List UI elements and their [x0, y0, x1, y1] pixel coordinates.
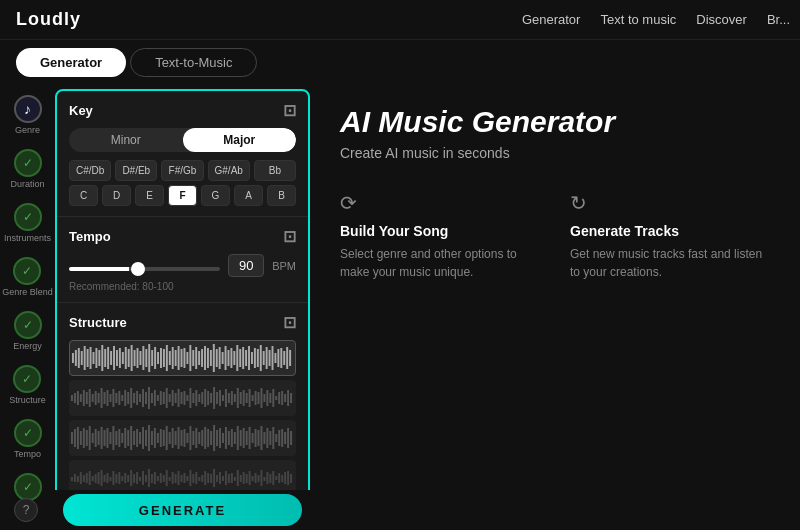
- svg-rect-264: [186, 476, 188, 481]
- tempo-section-title: Tempo: [69, 229, 111, 244]
- svg-rect-209: [246, 431, 248, 445]
- svg-rect-186: [178, 427, 180, 449]
- svg-rect-229: [83, 475, 85, 482]
- key-dsharp[interactable]: D#/Eb: [115, 160, 157, 181]
- key-f[interactable]: F: [168, 185, 197, 206]
- svg-rect-249: [142, 471, 144, 485]
- svg-rect-14: [113, 346, 115, 370]
- svg-rect-154: [83, 428, 85, 448]
- svg-rect-140: [263, 394, 265, 402]
- key-reset-icon[interactable]: ⊡: [283, 101, 296, 120]
- feature-generate-title: Generate Tracks: [570, 223, 770, 239]
- tempo-slider[interactable]: [69, 267, 220, 271]
- svg-rect-110: [175, 393, 177, 403]
- svg-rect-107: [166, 388, 168, 408]
- structure-reset-icon[interactable]: ⊡: [283, 313, 296, 332]
- key-section: Key ⊡ Minor Major C#/Db D#/Eb F#/Gb G#/A…: [57, 91, 308, 217]
- svg-rect-91: [118, 391, 120, 405]
- main-layout: ♪ Genre ✓ Duration ✓ Instruments ✓ Genre…: [0, 85, 800, 523]
- structure-check-icon: ✓: [13, 365, 41, 393]
- tempo-check-icon: ✓: [14, 419, 42, 447]
- key-grid-row1: C#/Db D#/Eb F#/Gb G#/Ab Bb: [69, 160, 296, 181]
- key-minor-btn[interactable]: Minor: [69, 128, 183, 152]
- svg-rect-189: [186, 433, 188, 443]
- svg-rect-218: [272, 427, 274, 449]
- svg-rect-36: [178, 346, 180, 370]
- svg-rect-270: [204, 471, 206, 485]
- svg-rect-125: [219, 390, 221, 406]
- help-icon: ?: [23, 503, 30, 517]
- svg-rect-122: [210, 393, 212, 403]
- svg-rect-276: [222, 476, 224, 481]
- key-e[interactable]: E: [135, 185, 164, 206]
- svg-rect-119: [201, 392, 203, 404]
- key-g[interactable]: G: [201, 185, 230, 206]
- nav-more[interactable]: Br...: [767, 12, 790, 27]
- svg-rect-50: [219, 347, 221, 369]
- svg-rect-295: [278, 473, 280, 483]
- svg-rect-288: [258, 475, 260, 482]
- sidebar-item-instruments[interactable]: ✓ Instruments: [4, 199, 51, 247]
- sidebar-item-energy[interactable]: ✓ Energy: [13, 307, 42, 355]
- sidebar-item-structure[interactable]: ✓ Structure: [9, 361, 46, 409]
- svg-rect-182: [166, 426, 168, 450]
- svg-rect-65: [263, 351, 265, 365]
- svg-rect-77: [77, 391, 79, 405]
- ai-music-subtitle: Create AI music in seconds: [340, 145, 770, 161]
- svg-rect-144: [275, 396, 277, 400]
- svg-rect-93: [124, 390, 126, 406]
- svg-rect-33: [169, 351, 171, 365]
- key-csharp[interactable]: C#/Db: [69, 160, 111, 181]
- help-button[interactable]: ?: [14, 498, 38, 522]
- key-fsharp[interactable]: F#/Gb: [161, 160, 203, 181]
- generate-button[interactable]: GENERATE: [63, 494, 302, 526]
- svg-rect-3: [81, 351, 83, 365]
- svg-rect-234: [98, 472, 100, 484]
- svg-rect-221: [281, 429, 283, 447]
- key-d[interactable]: D: [102, 185, 131, 206]
- structure-waves: [69, 340, 296, 496]
- key-b[interactable]: B: [267, 185, 296, 206]
- svg-rect-4: [84, 346, 86, 370]
- navbar: Loudly Generator Text to music Discover …: [0, 0, 800, 40]
- structure-wave-1[interactable]: [69, 340, 296, 376]
- svg-rect-112: [181, 392, 183, 404]
- svg-rect-260: [175, 474, 177, 483]
- key-bb[interactable]: Bb: [254, 160, 296, 181]
- svg-rect-113: [183, 391, 185, 405]
- svg-rect-18: [125, 347, 127, 369]
- svg-rect-83: [95, 391, 97, 405]
- svg-rect-187: [181, 430, 183, 446]
- sidebar-item-genre-blend[interactable]: ✓ Genre Blend: [2, 253, 53, 301]
- key-gsharp[interactable]: G#/Ab: [208, 160, 250, 181]
- nav-text-to-music[interactable]: Text to music: [600, 12, 676, 27]
- structure-wave-2[interactable]: [69, 380, 296, 416]
- svg-rect-5: [87, 349, 89, 367]
- svg-rect-158: [95, 429, 97, 447]
- svg-rect-85: [101, 388, 103, 408]
- key-c[interactable]: C: [69, 185, 98, 206]
- generate-tracks-icon: ↻: [570, 191, 770, 215]
- nav-discover[interactable]: Discover: [696, 12, 747, 27]
- structure-wave-3[interactable]: [69, 420, 296, 456]
- svg-rect-299: [290, 474, 292, 483]
- svg-rect-115: [189, 388, 191, 408]
- svg-rect-242: [121, 476, 123, 481]
- svg-rect-55: [233, 351, 235, 365]
- sidebar-item-duration[interactable]: ✓ Duration: [10, 145, 44, 193]
- sidebar-item-tempo[interactable]: ✓ Tempo: [14, 415, 42, 463]
- tab-text-to-music[interactable]: Text-to-Music: [130, 48, 257, 77]
- svg-rect-159: [98, 431, 100, 445]
- key-major-btn[interactable]: Major: [183, 128, 297, 152]
- svg-rect-294: [275, 476, 277, 480]
- svg-rect-237: [107, 473, 109, 483]
- nav-generator[interactable]: Generator: [522, 12, 581, 27]
- tempo-slider-wrap: [69, 257, 220, 275]
- svg-rect-241: [118, 472, 120, 484]
- tempo-reset-icon[interactable]: ⊡: [283, 227, 296, 246]
- svg-rect-49: [216, 349, 218, 367]
- sidebar-item-genre[interactable]: ♪ Genre: [14, 91, 42, 139]
- tab-generator[interactable]: Generator: [16, 48, 126, 77]
- key-a[interactable]: A: [234, 185, 263, 206]
- nav-links: Generator Text to music Discover Br...: [522, 12, 790, 27]
